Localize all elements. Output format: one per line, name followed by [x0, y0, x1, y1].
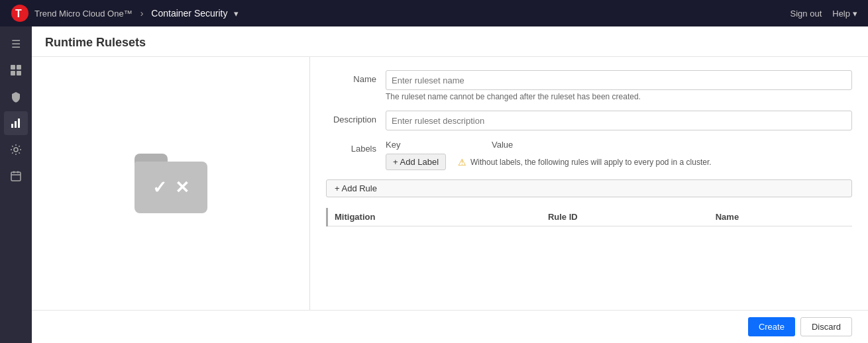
topbar: T Trend Micro Cloud One™ › Container Sec…	[0, 0, 868, 26]
product-dropdown-icon[interactable]: ▾	[234, 9, 239, 19]
product-name[interactable]: Container Security	[151, 8, 227, 19]
discard-button[interactable]: Discard	[800, 317, 852, 336]
check-icon: ✓	[152, 177, 167, 198]
labels-header: Key Value	[386, 140, 852, 150]
page-title: Runtime Rulesets	[45, 36, 855, 50]
labels-value-header: Value	[492, 140, 513, 150]
warning-inline: ⚠ Without labels, the following rules wi…	[458, 157, 712, 168]
description-label: Description	[326, 111, 386, 124]
name-field: The ruleset name cannot be changed after…	[386, 70, 852, 101]
col-name: Name	[709, 208, 852, 226]
left-panel: ✓ ✕	[32, 57, 310, 310]
create-button[interactable]: Create	[748, 317, 795, 336]
page-header: Runtime Rulesets	[32, 26, 868, 57]
warning-icon: ⚠	[458, 157, 466, 168]
labels-group: Labels Key Value + Add Label ⚠ Without l…	[326, 140, 852, 170]
sidebar-item-dashboard[interactable]	[4, 58, 28, 82]
help-link[interactable]: Help ▾	[832, 9, 857, 19]
svg-rect-7	[15, 121, 17, 128]
sidebar-item-shield[interactable]	[4, 85, 28, 109]
main-layout: ☰	[0, 26, 868, 343]
svg-rect-4	[11, 71, 15, 75]
svg-rect-6	[11, 124, 13, 128]
description-group: Description	[326, 111, 852, 130]
svg-point-9	[14, 148, 18, 152]
labels-inner: Key Value + Add Label ⚠ Without labels, …	[386, 140, 852, 170]
svg-rect-2	[11, 65, 15, 70]
sidebar-item-settings[interactable]	[4, 138, 28, 162]
name-group: Name The ruleset name cannot be changed …	[326, 70, 852, 101]
name-label: Name	[326, 70, 386, 84]
x-icon: ✕	[175, 177, 190, 198]
rules-table: Mitigation Rule ID Name	[326, 208, 852, 226]
description-field	[386, 111, 852, 130]
right-panel: Name The ruleset name cannot be changed …	[310, 57, 868, 310]
folder-illustration: ✓ ✕	[135, 154, 207, 213]
svg-rect-3	[17, 65, 21, 70]
action-bar: Create Discard	[32, 310, 868, 343]
content-area: Runtime Rulesets ✓ ✕	[32, 26, 868, 343]
sidebar-item-chart[interactable]	[4, 111, 28, 135]
description-input[interactable]	[386, 111, 852, 130]
help-chevron-icon: ▾	[853, 9, 857, 19]
add-label-button[interactable]: + Add Label	[386, 154, 446, 170]
sidebar-item-calendar[interactable]	[4, 164, 28, 188]
labels-key-header: Key	[386, 140, 492, 150]
brand-logo: T	[11, 4, 29, 23]
labels-label: Labels	[326, 140, 386, 154]
svg-rect-5	[17, 71, 21, 75]
warning-text: Without labels, the following rules will…	[470, 158, 712, 167]
labels-action-row: + Add Label ⚠ Without labels, the follow…	[386, 154, 852, 170]
svg-rect-8	[18, 119, 20, 128]
name-input[interactable]	[386, 70, 852, 90]
topbar-right: Sign out Help ▾	[790, 9, 857, 19]
nav-chevron: ›	[140, 8, 144, 19]
sidebar: ☰	[0, 26, 32, 343]
add-rule-button[interactable]: + Add Rule	[326, 179, 852, 197]
sign-out-link[interactable]: Sign out	[790, 9, 822, 19]
col-mitigation: Mitigation	[327, 208, 541, 226]
sidebar-item-menu[interactable]: ☰	[4, 32, 28, 56]
svg-rect-10	[11, 172, 21, 181]
panel-area: ✓ ✕ Name The ruleset name cannot be chan…	[32, 57, 868, 310]
col-rule-id: Rule ID	[541, 208, 709, 226]
svg-text:T: T	[15, 8, 22, 19]
name-hint: The ruleset name cannot be changed after…	[386, 92, 852, 101]
brand-name: Trend Micro Cloud One™	[34, 9, 133, 19]
topbar-left: T Trend Micro Cloud One™ › Container Sec…	[11, 4, 239, 23]
